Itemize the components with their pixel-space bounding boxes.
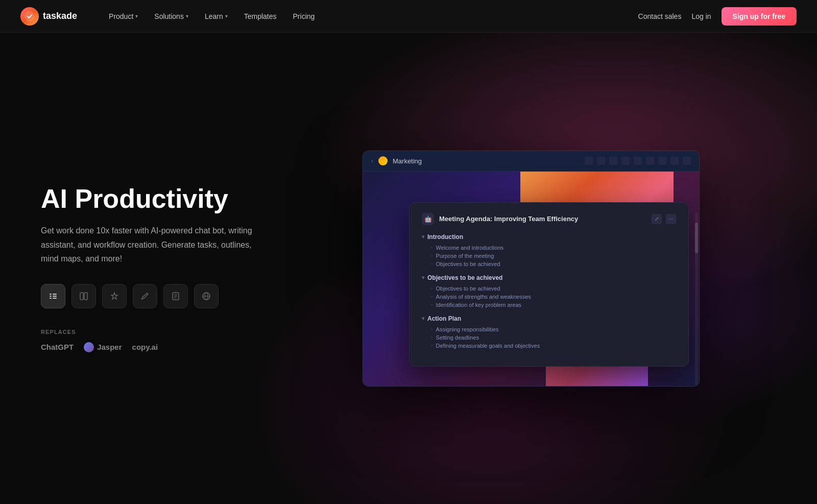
- svg-rect-1: [50, 294, 52, 295]
- toolbar-icon-6[interactable]: [646, 157, 654, 165]
- meeting-card: 🤖 Meeting Agenda: Improving Team Efficie…: [409, 202, 689, 367]
- svg-rect-2: [53, 294, 57, 295]
- outline-item: Setting deadlines: [422, 333, 676, 342]
- hero-content: AI Productivity Get work done 10x faster…: [0, 151, 817, 387]
- outline-item: Analysis of strengths and weaknesses: [422, 293, 676, 301]
- list-view-button[interactable]: [41, 284, 65, 308]
- outline-item: Identification of key problem areas: [422, 301, 676, 309]
- hero-section: AI Productivity Get work done 10x faster…: [0, 0, 817, 504]
- section-heading-2: Action Plan: [422, 315, 676, 322]
- card-header: 🤖 Meeting Agenda: Improving Team Efficie…: [422, 213, 676, 225]
- outline-item: Objectives to be achieved: [422, 284, 676, 293]
- window-title: Marketing: [393, 157, 580, 165]
- svg-point-0: [25, 11, 35, 21]
- svg-rect-4: [53, 296, 57, 297]
- window-toolbar: [585, 157, 691, 165]
- signup-button[interactable]: Sign up for free: [722, 7, 797, 26]
- ai-button[interactable]: [102, 284, 127, 308]
- document-button[interactable]: [163, 284, 188, 308]
- section-heading-0: Introduction: [422, 233, 676, 241]
- scrollbar-thumb: [695, 223, 698, 253]
- hero-description: Get work done 10x faster with AI-powered…: [41, 224, 255, 266]
- hero-left: AI Productivity Get work done 10x faster…: [41, 184, 255, 352]
- ai-robot-icon: 🤖: [422, 213, 434, 225]
- edit-button[interactable]: [133, 284, 157, 308]
- toolbar-icon-4[interactable]: [621, 157, 630, 165]
- replaces-section: REPLACES ChatGPT Jasper copy.ai: [41, 329, 255, 352]
- nav-item-pricing[interactable]: Pricing: [286, 8, 322, 25]
- logo-icon: [20, 7, 39, 26]
- outline-section-1: Objectives to be achieved Objectives to …: [422, 274, 676, 309]
- toolbar-icon-3[interactable]: [609, 157, 617, 165]
- window-back-icon[interactable]: ‹: [371, 157, 373, 164]
- app-window: ‹ Marketing: [363, 151, 700, 387]
- replaces-label: REPLACES: [41, 329, 255, 335]
- nav-links: Product ▾ Solutions ▾ Learn ▾ Templates …: [102, 8, 638, 25]
- svg-rect-5: [50, 298, 52, 299]
- toolbar-icon-9[interactable]: [683, 157, 691, 165]
- nav-item-solutions[interactable]: Solutions ▾: [147, 8, 196, 25]
- outline-section-2: Action Plan Assigning responsibilities S…: [422, 315, 676, 350]
- globe-button[interactable]: [194, 284, 219, 308]
- replaces-copyai: copy.ai: [132, 343, 158, 351]
- section-heading-1: Objectives to be achieved: [422, 274, 676, 281]
- outline-item: Purpose of the meeting: [422, 252, 676, 260]
- more-button[interactable]: ···: [666, 214, 676, 224]
- jasper-dot-icon: [84, 342, 94, 352]
- chevron-down-icon: ▾: [225, 13, 228, 19]
- outline-section-0: Introduction Welcome and introductions P…: [422, 233, 676, 268]
- chevron-down-icon: ▾: [186, 13, 188, 19]
- card-actions: ⤢ ···: [652, 214, 676, 224]
- replaces-items: ChatGPT Jasper copy.ai: [41, 342, 255, 352]
- logo-text: taskade: [43, 11, 77, 21]
- outline-item: Welcome and introductions: [422, 244, 676, 252]
- hero-title: AI Productivity: [41, 184, 255, 213]
- replaces-jasper: Jasper: [84, 342, 122, 352]
- nav-item-templates[interactable]: Templates: [237, 8, 284, 25]
- svg-rect-8: [84, 293, 87, 300]
- window-topbar: ‹ Marketing: [363, 151, 699, 172]
- board-view-button[interactable]: [71, 284, 96, 308]
- nav-right: Contact sales Log in Sign up for free: [638, 7, 797, 26]
- card-title: Meeting Agenda: Improving Team Efficienc…: [439, 215, 646, 223]
- outline-item: Defining measurable goals and objectives: [422, 342, 676, 350]
- outline-item: Assigning responsibilities: [422, 325, 676, 333]
- toolbar-icon-1[interactable]: [585, 157, 593, 165]
- scrollbar[interactable]: [695, 212, 698, 386]
- hero-right: ‹ Marketing: [286, 151, 776, 387]
- nav-item-product[interactable]: Product ▾: [102, 8, 145, 25]
- feature-icons-row: [41, 284, 255, 308]
- replaces-chatgpt: ChatGPT: [41, 343, 74, 351]
- window-body: 🤖 Meeting Agenda: Improving Team Efficie…: [363, 172, 699, 386]
- toolbar-icon-7[interactable]: [658, 157, 666, 165]
- svg-rect-6: [53, 298, 57, 299]
- toolbar-icon-2[interactable]: [597, 157, 605, 165]
- toolbar-icon-5[interactable]: [634, 157, 642, 165]
- contact-sales-link[interactable]: Contact sales: [638, 12, 682, 20]
- chevron-down-icon: ▾: [135, 13, 138, 19]
- outline-item: Objectives to be achieved: [422, 260, 676, 268]
- svg-rect-3: [50, 296, 52, 297]
- navbar: taskade Product ▾ Solutions ▾ Learn ▾ Te…: [0, 0, 817, 33]
- login-link[interactable]: Log in: [691, 12, 711, 20]
- expand-button[interactable]: ⤢: [652, 214, 662, 224]
- logo[interactable]: taskade: [20, 7, 77, 26]
- toolbar-icon-8[interactable]: [670, 157, 679, 165]
- window-favicon: [378, 156, 388, 165]
- svg-rect-7: [80, 293, 83, 300]
- nav-item-learn[interactable]: Learn ▾: [198, 8, 235, 25]
